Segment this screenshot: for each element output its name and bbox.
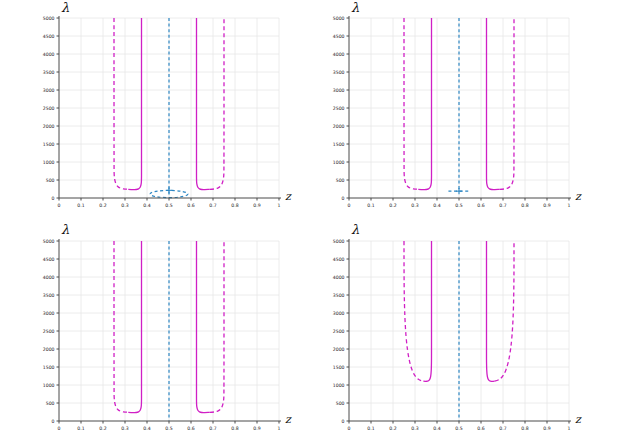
right-tongue-outer-dashed [495,241,514,381]
svg-text:5000: 5000 [333,239,345,244]
svg-text:2000: 2000 [43,347,55,352]
svg-text:0.4: 0.4 [433,203,440,208]
lambda-axis-label: λ [351,222,360,237]
left-tongue-outer-dashed [114,18,128,189]
svg-text:0.4: 0.4 [143,426,150,431]
svg-text:2500: 2500 [43,329,55,334]
svg-text:0.4: 0.4 [433,426,440,431]
svg-text:3000: 3000 [43,88,55,93]
svg-text:2000: 2000 [43,124,55,129]
right-tongue-outer-dashed [210,18,224,189]
left-tongue-inner-solid [128,241,141,413]
svg-text:0: 0 [342,196,345,201]
svg-text:3500: 3500 [43,70,55,75]
y-tick-labels: 0500100015002000250030003500400045005000 [333,16,345,201]
left-tongue-outer-dashed [404,18,418,189]
svg-text:0.7: 0.7 [499,426,506,431]
lambda-axis-label: λ [351,0,360,15]
svg-text:5000: 5000 [333,16,345,21]
svg-text:4500: 4500 [333,257,345,262]
svg-text:0.2: 0.2 [389,203,396,208]
svg-text:0.7: 0.7 [499,203,506,208]
svg-text:0.3: 0.3 [121,426,128,431]
svg-text:0.1: 0.1 [367,426,374,431]
bifurcation-figure: 0500100015002000250030003500400045005000… [0,0,643,444]
svg-text:0.9: 0.9 [253,426,260,431]
right-tongue-outer-dashed [500,18,514,189]
svg-text:4000: 4000 [43,275,55,280]
svg-text:0.7: 0.7 [209,203,216,208]
svg-text:2000: 2000 [333,124,345,129]
svg-text:0.6: 0.6 [187,203,194,208]
svg-text:3500: 3500 [43,293,55,298]
svg-text:0.5: 0.5 [165,203,172,208]
svg-text:0.2: 0.2 [389,426,396,431]
svg-text:0: 0 [342,419,345,424]
right-tongue-outer-dashed [210,241,224,412]
svg-text:1000: 1000 [43,160,55,165]
svg-text:1000: 1000 [333,383,345,388]
svg-text:1: 1 [278,426,281,431]
svg-text:0.8: 0.8 [521,426,528,431]
right-tongue-inner-solid [197,241,210,413]
right-tongue-inner-solid [487,241,495,381]
svg-text:3000: 3000 [333,311,345,316]
z-axis-label: z [285,190,292,203]
svg-text:0: 0 [348,203,351,208]
svg-text:0.6: 0.6 [477,426,484,431]
svg-text:2500: 2500 [43,106,55,111]
left-tongue-outer-dashed [114,241,128,412]
plot-panel-top-right: 0500100015002000250030003500400045005000… [322,0,643,222]
svg-text:1: 1 [278,203,281,208]
svg-text:0.9: 0.9 [543,203,550,208]
x-tick-labels: 00.10.20.30.40.50.60.70.80.91 [348,426,571,431]
svg-text:1500: 1500 [43,142,55,147]
x-tick-labels: 00.10.20.30.40.50.60.70.80.91 [58,426,281,431]
svg-text:1000: 1000 [333,160,345,165]
z-axis-label: z [575,413,582,426]
svg-text:0.8: 0.8 [521,203,528,208]
plot-panel-top-left: 0500100015002000250030003500400045005000… [0,0,322,222]
x-tick-labels: 00.10.20.30.40.50.60.70.80.91 [58,203,281,208]
svg-text:0.1: 0.1 [367,203,374,208]
svg-text:4500: 4500 [43,34,55,39]
svg-text:0: 0 [58,203,61,208]
left-tongue-outer-dashed [404,241,423,381]
svg-text:0.3: 0.3 [411,203,418,208]
svg-text:0.6: 0.6 [477,203,484,208]
svg-text:2500: 2500 [333,329,345,334]
svg-text:0.8: 0.8 [231,203,238,208]
bifurcation-point-cross [456,188,462,194]
svg-text:0: 0 [58,426,61,431]
svg-text:0.4: 0.4 [143,203,150,208]
svg-text:0.1: 0.1 [77,426,84,431]
svg-text:500: 500 [46,178,55,183]
lambda-axis-label: λ [61,222,70,237]
svg-text:0.9: 0.9 [543,426,550,431]
svg-text:5000: 5000 [43,239,55,244]
svg-text:1500: 1500 [43,365,55,370]
right-tongue-inner-solid [487,18,500,190]
svg-text:0.2: 0.2 [99,203,106,208]
svg-text:1500: 1500 [333,365,345,370]
svg-text:0: 0 [52,419,55,424]
svg-text:0.8: 0.8 [231,426,238,431]
right-tongue-inner-solid [197,18,210,190]
svg-text:0: 0 [348,426,351,431]
svg-text:0.5: 0.5 [165,426,172,431]
svg-text:2000: 2000 [333,347,345,352]
svg-text:0.2: 0.2 [99,426,106,431]
svg-text:500: 500 [336,401,345,406]
svg-text:2500: 2500 [333,106,345,111]
left-tongue-inner-solid [423,241,431,381]
svg-text:0.1: 0.1 [77,203,84,208]
plot-panel-bottom-left: 0500100015002000250030003500400045005000… [0,222,322,444]
svg-text:4000: 4000 [333,52,345,57]
svg-text:3000: 3000 [333,88,345,93]
svg-text:500: 500 [46,401,55,406]
svg-text:0.7: 0.7 [209,426,216,431]
svg-text:1000: 1000 [43,383,55,388]
x-tick-labels: 00.10.20.30.40.50.60.70.80.91 [348,203,571,208]
svg-text:5000: 5000 [43,16,55,21]
svg-text:1: 1 [568,203,571,208]
